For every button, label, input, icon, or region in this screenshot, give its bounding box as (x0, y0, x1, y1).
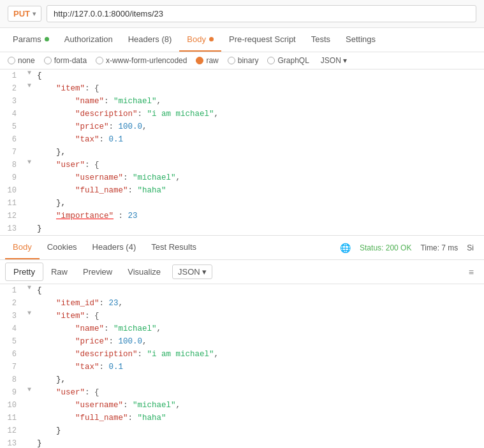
expand-icon-1[interactable]: ▼ (27, 69, 31, 76)
req-line-9: 9 "username": "michael", (0, 171, 484, 184)
req-line-3: 3 "name": "michael", (0, 95, 484, 108)
body-type-selector: none form-data x-www-form-urlencoded raw… (0, 52, 484, 69)
response-tab-headers-label: Headers (4) (92, 242, 136, 252)
radio-none (8, 57, 15, 64)
response-tab-test-results[interactable]: Test Results (143, 236, 204, 259)
expand-icon-8[interactable]: ▼ (27, 159, 31, 166)
req-line-4: 4 "description": "i am michael", (0, 108, 484, 120)
status-text: Status: 200 OK (360, 243, 411, 252)
tab-body[interactable]: Body (179, 28, 221, 52)
radio-urlencoded (96, 57, 103, 64)
request-body-editor[interactable]: 1 ▼ { 2 ▼ "item": { 3 "name": "michael",… (0, 69, 484, 236)
tab-pre-request-label: Pre-request Script (229, 34, 296, 44)
req-line-1: 1 ▼ { (0, 69, 484, 82)
req-line-8: 8 ▼ "user": { (0, 159, 484, 171)
resp-line-4: 4 "name": "michael", (0, 322, 484, 335)
resp-expand-icon-9[interactable]: ▼ (27, 386, 31, 393)
json-format-label: JSON (321, 56, 341, 65)
body-type-binary-label: binary (238, 56, 259, 65)
response-tab-body-label: Body (13, 242, 32, 252)
body-type-form-data-label: form-data (54, 56, 87, 65)
resp-line-11: 11 "full_name": "haha" (0, 412, 484, 424)
response-status-bar: 🌐 Status: 200 OK Time: 7 ms Si (340, 243, 479, 253)
tab-headers[interactable]: Headers (8) (121, 28, 180, 52)
tab-params-label: Params (13, 34, 41, 44)
body-type-urlencoded[interactable]: x-www-form-urlencoded (96, 56, 187, 65)
body-type-raw-label: raw (206, 56, 218, 65)
tab-pre-request[interactable]: Pre-request Script (221, 28, 304, 52)
resp-line-10: 10 "username": "michael", (0, 399, 484, 412)
response-tab-body[interactable]: Body (5, 236, 40, 259)
request-tabs: Params Authorization Headers (8) Body Pr… (0, 28, 484, 52)
resp-line-3: 3 ▼ "item": { (0, 310, 484, 322)
body-type-none-label: none (18, 56, 35, 65)
body-type-urlencoded-label: x-www-form-urlencoded (106, 56, 187, 65)
tab-authorization[interactable]: Authorization (57, 28, 121, 52)
response-format-select[interactable]: JSON ▾ (172, 264, 212, 279)
tab-tests-label: Tests (311, 34, 330, 44)
req-line-11: 11 }, (0, 197, 484, 210)
body-dot (209, 37, 214, 41)
method-label: PUT (13, 9, 30, 18)
req-line-13: 13 } (0, 222, 484, 235)
req-line-10: 10 "full_name": "haha" (0, 184, 484, 197)
tab-body-label: Body (187, 34, 206, 44)
radio-raw (196, 57, 203, 64)
resp-expand-icon-1[interactable]: ▼ (27, 284, 31, 291)
body-type-form-data[interactable]: form-data (44, 56, 87, 65)
format-tab-visualize[interactable]: Visualize (120, 263, 168, 280)
resp-line-8: 8 }, (0, 373, 484, 386)
format-tab-preview-label: Preview (83, 267, 112, 277)
time-text: Time: 7 ms (420, 243, 458, 252)
resp-line-1: 1 ▼ { (0, 284, 484, 297)
response-format-chevron-icon: ▾ (202, 267, 207, 277)
body-type-graphql-label: GraphQL (277, 56, 309, 65)
req-line-5: 5 "price": 100.0, (0, 120, 484, 133)
resp-line-9: 9 ▼ "user": { (0, 386, 484, 399)
resp-expand-icon-3[interactable]: ▼ (27, 310, 31, 317)
format-tabs-row: Pretty Raw Preview Visualize JSON ▾ ≡ (0, 260, 484, 284)
radio-binary (228, 57, 235, 64)
url-input[interactable] (47, 5, 476, 22)
response-tabs: Body Cookies Headers (4) Test Results 🌐 … (0, 236, 484, 260)
req-line-2: 2 ▼ "item": { (0, 82, 484, 95)
response-tab-cookies[interactable]: Cookies (40, 236, 85, 259)
body-type-raw[interactable]: raw (196, 56, 218, 65)
method-chevron-icon: ▾ (33, 10, 36, 17)
resp-line-2: 2 "item_id": 23, (0, 297, 484, 310)
req-line-12: 12 "importance" : 23 (0, 210, 484, 222)
format-tab-pretty-label: Pretty (13, 267, 35, 277)
body-type-binary[interactable]: binary (228, 56, 259, 65)
resp-line-6: 6 "description": "i am michael", (0, 348, 484, 361)
response-format-label: JSON (178, 267, 200, 277)
format-tab-preview[interactable]: Preview (75, 263, 120, 280)
response-tab-headers[interactable]: Headers (4) (85, 236, 144, 259)
size-text: Si (467, 243, 474, 252)
req-line-7: 7 }, (0, 146, 484, 159)
params-dot (45, 37, 49, 41)
radio-graphql (267, 57, 275, 64)
body-type-none[interactable]: none (8, 56, 35, 65)
response-body-editor[interactable]: 1 ▼ { 2 "item_id": 23, 3 ▼ "item": { 4 "… (0, 284, 484, 448)
tab-settings-label: Settings (346, 34, 376, 44)
format-tab-visualize-label: Visualize (128, 267, 161, 277)
resp-line-7: 7 "tax": 0.1 (0, 361, 484, 373)
wrap-lines-icon[interactable]: ≡ (469, 267, 479, 277)
response-tab-test-results-label: Test Results (151, 242, 196, 252)
req-line-6: 6 "tax": 0.1 (0, 133, 484, 146)
resp-line-12: 12 } (0, 424, 484, 437)
body-type-graphql[interactable]: GraphQL (267, 56, 309, 65)
tab-tests[interactable]: Tests (304, 28, 338, 52)
url-bar: PUT ▾ (0, 0, 484, 28)
json-format-select[interactable]: JSON ▾ (321, 56, 347, 65)
expand-icon-2[interactable]: ▼ (27, 82, 31, 89)
resp-line-5: 5 "price": 100.0, (0, 335, 484, 348)
tab-settings[interactable]: Settings (338, 28, 383, 52)
tab-params[interactable]: Params (5, 28, 57, 52)
radio-form-data (44, 57, 52, 64)
format-tab-pretty[interactable]: Pretty (5, 263, 43, 281)
format-tab-raw[interactable]: Raw (43, 263, 75, 280)
json-format-chevron-icon: ▾ (343, 56, 347, 65)
method-selector[interactable]: PUT ▾ (8, 6, 41, 22)
resp-line-13: 13 } (0, 437, 484, 448)
